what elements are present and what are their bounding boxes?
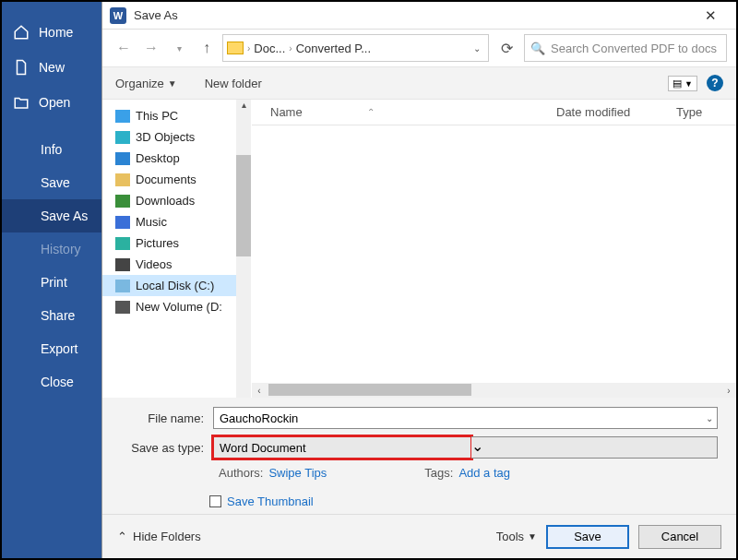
sidebar-item-home[interactable]: Home xyxy=(2,15,101,50)
search-input[interactable]: 🔍 Search Converted PDF to docs xyxy=(524,34,727,62)
savetype-dropdown[interactable]: Word Document xyxy=(213,436,471,459)
horizontal-scrollbar[interactable]: ‹ › xyxy=(252,383,736,398)
column-headers: Name⌃ Date modified Type xyxy=(252,100,736,125)
tree-item-local-disk-c-[interactable]: Local Disk (C:) xyxy=(102,275,251,296)
organize-menu[interactable]: Organize▼ xyxy=(115,77,177,90)
sidebar-label: New xyxy=(39,60,65,75)
tree-item-3d-objects[interactable]: 3D Objects xyxy=(102,126,251,148)
address-bar[interactable]: › Doc... › Converted P... ⌄ xyxy=(222,34,489,62)
sidebar-item-history[interactable]: History xyxy=(2,232,101,266)
sidebar-item-export[interactable]: Export xyxy=(2,332,101,365)
search-placeholder: Search Converted PDF to docs xyxy=(551,42,717,55)
sidebar-item-new[interactable]: New xyxy=(2,50,101,85)
chevron-right-icon: › xyxy=(247,43,250,54)
folder-type-icon xyxy=(115,195,130,208)
new-folder-button[interactable]: New folder xyxy=(205,77,262,90)
nav-up-icon[interactable]: ↑ xyxy=(195,36,219,60)
folder-type-icon xyxy=(115,110,130,123)
chevron-up-icon: ⌃ xyxy=(117,530,127,543)
tools-menu[interactable]: Tools▼ xyxy=(496,530,537,543)
tree-item-label: New Volume (D: xyxy=(136,300,222,314)
folder-type-icon xyxy=(115,280,130,292)
chevron-down-icon[interactable]: ⌄ xyxy=(706,413,713,423)
scrollbar-thumb[interactable] xyxy=(236,155,251,256)
tree-scrollbar[interactable]: ▴ xyxy=(236,100,251,398)
dialog-title: Save As xyxy=(134,8,692,22)
tree-item-documents[interactable]: Documents xyxy=(102,169,251,190)
sidebar-item-share[interactable]: Share xyxy=(2,299,101,332)
save-thumbnail-checkbox[interactable] xyxy=(209,495,221,507)
tree-item-label: Desktop xyxy=(136,151,180,165)
folder-type-icon xyxy=(115,237,130,250)
close-button[interactable]: ✕ xyxy=(692,7,729,24)
tree-item-label: Videos xyxy=(136,257,173,271)
folder-icon xyxy=(227,42,244,54)
sort-up-icon: ⌃ xyxy=(367,107,375,117)
filename-input[interactable]: GauchoRockin⌄ xyxy=(213,407,718,429)
dialog-titlebar: W Save As ✕ xyxy=(102,2,736,30)
scroll-left-icon[interactable]: ‹ xyxy=(252,386,267,396)
column-type[interactable]: Type xyxy=(676,105,718,119)
folder-type-icon xyxy=(115,216,130,229)
dialog-toolbar: Organize▼ New folder ▤ ▼ ? xyxy=(102,66,736,100)
sidebar-label: Home xyxy=(39,25,73,40)
filename-label: File name: xyxy=(121,411,213,425)
folder-type-icon xyxy=(115,258,130,271)
scrollbar-thumb[interactable] xyxy=(268,384,471,396)
cancel-button[interactable]: Cancel xyxy=(638,525,721,549)
sidebar-item-save-as[interactable]: Save As xyxy=(2,199,101,232)
tree-item-new-volume-d-[interactable]: New Volume (D:⌄ xyxy=(102,296,251,317)
tree-item-desktop[interactable]: Desktop xyxy=(102,148,251,169)
chevron-down-icon: ▼ xyxy=(528,531,537,542)
word-icon: W xyxy=(110,7,126,24)
dialog-footer: ⌃ Hide Folders Tools▼ Save Cancel xyxy=(102,514,736,558)
chevron-down-icon: ▼ xyxy=(168,78,177,89)
chevron-down-icon[interactable]: ⌄ xyxy=(470,40,484,57)
sidebar-item-print[interactable]: Print xyxy=(2,266,101,299)
nav-back-icon[interactable]: ← xyxy=(112,36,136,60)
folder-type-icon xyxy=(115,173,130,186)
folder-type-icon xyxy=(115,152,130,165)
tree-item-label: 3D Objects xyxy=(136,130,195,144)
new-doc-icon xyxy=(13,59,30,76)
save-form: File name: GauchoRockin⌄ Save as type: W… xyxy=(102,398,736,514)
tags-label: Tags: xyxy=(424,466,453,480)
sidebar-item-close[interactable]: Close xyxy=(2,365,101,399)
refresh-button[interactable]: ⟳ xyxy=(493,40,520,57)
save-button[interactable]: Save xyxy=(546,525,629,549)
column-date[interactable]: Date modified xyxy=(556,105,676,119)
path-segment[interactable]: Converted P... xyxy=(296,42,371,55)
sidebar-item-info[interactable]: Info xyxy=(2,133,101,166)
chevron-down-icon: ⌄ xyxy=(471,438,483,454)
savetype-dropdown-ext[interactable]: ⌄ xyxy=(471,436,718,459)
folder-type-icon xyxy=(115,301,130,314)
nav-forward-icon[interactable]: → xyxy=(139,36,163,60)
tree-item-videos[interactable]: Videos xyxy=(102,254,251,275)
tree-item-label: This PC xyxy=(136,109,178,123)
hide-folders-toggle[interactable]: ⌃ Hide Folders xyxy=(117,530,201,543)
search-icon: 🔍 xyxy=(530,42,545,55)
scroll-right-icon[interactable]: › xyxy=(721,386,736,396)
savetype-label: Save as type: xyxy=(121,441,213,455)
open-folder-icon xyxy=(13,94,30,111)
tree-item-this-pc[interactable]: This PC xyxy=(102,105,251,126)
authors-label: Authors: xyxy=(219,466,263,480)
tree-item-label: Downloads xyxy=(136,194,195,208)
authors-field[interactable]: Swipe Tips xyxy=(268,466,327,480)
sidebar-label: Open xyxy=(39,95,70,110)
help-icon[interactable]: ? xyxy=(707,75,723,91)
tree-item-downloads[interactable]: Downloads xyxy=(102,190,251,211)
tags-field[interactable]: Add a tag xyxy=(458,466,510,480)
address-bar-row: ← → ▾ ↑ › Doc... › Converted P... ⌄ ⟳ 🔍 … xyxy=(102,30,736,66)
sidebar-item-open[interactable]: Open xyxy=(2,85,101,120)
tree-item-pictures[interactable]: Pictures xyxy=(102,232,251,254)
view-options-button[interactable]: ▤ ▼ xyxy=(668,76,697,91)
nav-recent-dropdown[interactable]: ▾ xyxy=(167,36,191,60)
tree-item-music[interactable]: Music xyxy=(102,211,251,232)
save-as-dialog: W Save As ✕ ← → ▾ ↑ › Doc... › Converted… xyxy=(101,2,736,558)
save-thumbnail-label: Save Thumbnail xyxy=(227,494,314,508)
column-name[interactable]: Name xyxy=(270,105,303,119)
sidebar-item-save[interactable]: Save xyxy=(2,166,101,199)
path-segment[interactable]: Doc... xyxy=(254,42,285,55)
tree-item-label: Documents xyxy=(136,173,196,186)
